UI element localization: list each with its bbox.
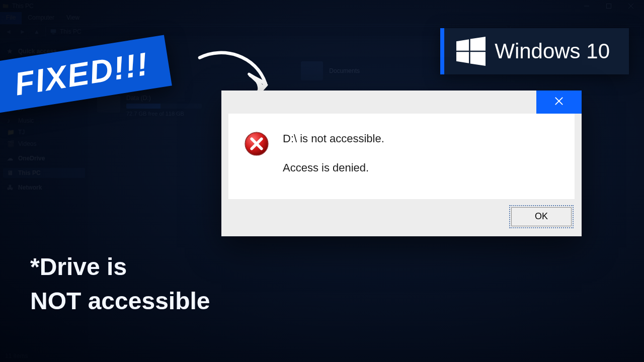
close-icon xyxy=(554,96,564,108)
caption: *Drive is NOT accessible xyxy=(30,251,210,317)
dialog-line2: Access is denied. xyxy=(283,160,384,176)
brand-label: Windows 10 xyxy=(495,39,610,63)
caption-line2: NOT accessible xyxy=(30,286,210,317)
ok-button-label: OK xyxy=(535,211,548,222)
ok-button[interactable]: OK xyxy=(511,207,572,226)
dialog-footer: OK xyxy=(221,199,582,236)
dialog-message: D:\ is not accessible. Access is denied. xyxy=(283,131,384,176)
windows10-brand: Windows 10 xyxy=(440,28,629,74)
windows-logo-icon xyxy=(456,37,486,66)
caption-line1: *Drive is xyxy=(30,253,127,280)
error-icon xyxy=(244,131,270,157)
dialog-line1: D:\ is not accessible. xyxy=(283,132,384,145)
dialog-titlebar xyxy=(221,90,582,114)
dialog-close-button[interactable] xyxy=(536,90,582,114)
dialog-body: D:\ is not accessible. Access is denied. xyxy=(228,114,575,199)
error-dialog: D:\ is not accessible. Access is denied.… xyxy=(221,90,582,236)
